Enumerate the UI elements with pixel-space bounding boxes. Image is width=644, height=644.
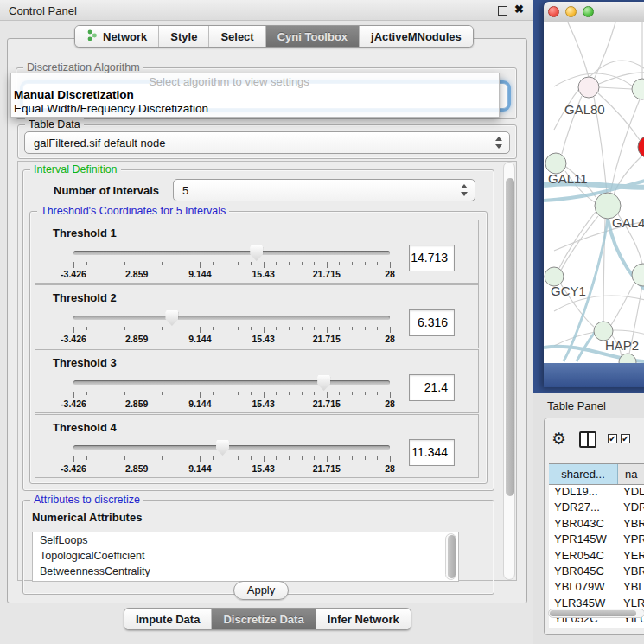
column-header[interactable]: na xyxy=(618,464,644,484)
threshold-value-field[interactable]: 11.344 xyxy=(409,439,455,466)
threshold-row: Threshold 3-3.4262.8599.14415.4321.71528… xyxy=(35,349,479,413)
table-cell[interactable]: YDR2 xyxy=(618,501,644,516)
table-cell[interactable]: YDL19... xyxy=(549,485,618,501)
table-row[interactable]: YBL079WYBL0 xyxy=(549,580,644,596)
slider-track[interactable] xyxy=(73,251,390,255)
threshold-label: Threshold 4 xyxy=(53,421,117,434)
threshold-value-field[interactable]: 6.316 xyxy=(409,309,455,336)
tick-label: 15.43 xyxy=(252,334,274,344)
threshold-slider[interactable] xyxy=(73,245,390,264)
threshold-slider[interactable] xyxy=(73,439,390,458)
table-row[interactable]: YDL19...YDL1 xyxy=(549,485,644,501)
apply-button[interactable]: Apply xyxy=(233,581,289,600)
close-traffic-light-icon[interactable] xyxy=(548,6,559,17)
attribute-list-item[interactable]: SelfLoops xyxy=(33,532,458,548)
close-icon[interactable]: ✖ xyxy=(514,3,524,16)
table-cell[interactable]: YER054C xyxy=(549,549,618,564)
network-graph: GAL80GACGAL11GAL4GCY1HHAP2 xyxy=(544,22,644,363)
table-cell[interactable]: YBR0 xyxy=(618,517,644,532)
thresholds-group-title: Threshold's Coordinates for 5 Intervals xyxy=(37,205,229,217)
table-row[interactable]: YDR27...YDR2 xyxy=(549,501,644,516)
top-tabbar: NetworkStyleSelectCyni ToolboxjActiveMNo… xyxy=(74,25,474,48)
table-cell[interactable]: YER0 xyxy=(618,549,644,564)
slider-track[interactable] xyxy=(73,445,390,450)
minimize-traffic-light-icon[interactable] xyxy=(565,6,577,17)
table-data-combobox[interactable]: galFiltered.sif default node xyxy=(24,131,510,154)
node-label: GAL11 xyxy=(548,171,588,186)
threshold-row: Threshold 2-3.4262.8599.14415.4321.71528… xyxy=(35,284,479,348)
gear-icon[interactable]: ⚙ xyxy=(552,429,566,449)
attribute-list-item[interactable]: TopologicalCoefficient xyxy=(33,548,458,564)
main-scrollbar[interactable] xyxy=(503,162,515,580)
dropdown-option-equal-width[interactable]: Equal Width/Frequency Discretization xyxy=(14,102,208,115)
tick-label: 28 xyxy=(385,269,395,279)
table-row[interactable]: YBR045CYBR0 xyxy=(549,564,644,580)
num-intervals-combobox[interactable]: 5 xyxy=(173,179,475,201)
checkbox-icon[interactable]: ✔ xyxy=(608,434,617,443)
table-cell[interactable]: YDL1 xyxy=(618,485,644,501)
threshold-row: Threshold 4-3.4262.8599.14415.4321.71528… xyxy=(35,414,479,478)
network-window-titlebar[interactable] xyxy=(544,2,644,22)
table-cell[interactable]: YBL0 xyxy=(618,580,644,596)
network-node-h[interactable] xyxy=(632,264,644,286)
network-node-ga[interactable] xyxy=(632,79,644,99)
table-horizontal-scrollbar[interactable] xyxy=(548,609,644,618)
control-panel-title: Control Panel xyxy=(9,4,77,17)
table-cell[interactable]: YBR0 xyxy=(618,564,644,580)
slider-thumb-icon[interactable] xyxy=(165,310,178,326)
threshold-slider[interactable] xyxy=(73,309,390,328)
table-cell[interactable]: YPR145W xyxy=(549,532,618,548)
tab-impute-data[interactable]: Impute Data xyxy=(124,609,212,629)
table-row[interactable]: YPR145WYPR1 xyxy=(549,532,644,548)
column-header[interactable]: shared... xyxy=(549,464,618,484)
threshold-value-field[interactable]: 21.4 xyxy=(409,374,455,401)
node-label: GAL80 xyxy=(564,102,605,117)
table-row[interactable]: YBR043CYBR0 xyxy=(549,517,644,532)
slider-track[interactable] xyxy=(73,380,390,385)
numerical-attributes-label: Numerical Attributes xyxy=(32,511,142,524)
stepper-icon xyxy=(461,184,469,196)
float-window-icon[interactable] xyxy=(498,6,507,16)
table-cell[interactable]: YDR27... xyxy=(549,501,618,516)
attribute-list-item[interactable]: BetweennessCentrality xyxy=(33,564,458,579)
num-intervals-label: Number of Intervals xyxy=(54,184,159,197)
tab-network[interactable]: Network xyxy=(75,26,159,47)
checkbox-icon[interactable]: ✔ xyxy=(621,434,630,443)
tab-infer-network[interactable]: Infer Network xyxy=(316,609,411,629)
threshold-label: Threshold 3 xyxy=(53,356,117,369)
zoom-traffic-light-icon[interactable] xyxy=(583,6,594,17)
table-cell[interactable]: YBR043C xyxy=(549,517,618,532)
network-canvas[interactable]: GAL80GACGAL11GAL4GCY1HHAP2 xyxy=(544,22,644,363)
tab-style[interactable]: Style xyxy=(159,26,209,47)
tab-discretize-data[interactable]: Discretize Data xyxy=(212,609,316,629)
slider-thumb-icon[interactable] xyxy=(317,375,330,391)
table-row[interactable]: YER054CYER0 xyxy=(549,549,644,564)
numerical-attributes-list[interactable]: SelfLoopsTopologicalCoefficientBetweenne… xyxy=(32,532,459,582)
attributes-scrollbar[interactable] xyxy=(445,533,456,580)
stepper-icon xyxy=(495,137,503,149)
split-columns-icon[interactable] xyxy=(579,431,596,448)
network-window[interactable]: GAL80GACGAL11GAL4GCY1HHAP2 xyxy=(544,2,644,387)
network-node-gal80[interactable] xyxy=(578,77,599,98)
tick-label: 15.43 xyxy=(252,463,274,474)
tab-select[interactable]: Select xyxy=(209,26,265,47)
bottom-tabbar: Impute DataDiscretize DataInfer Network xyxy=(124,608,411,630)
slider-thumb-icon[interactable] xyxy=(250,245,263,261)
network-window-frame xyxy=(544,363,644,387)
node-label: HAP2 xyxy=(605,338,639,353)
slider-track[interactable] xyxy=(73,316,390,320)
threshold-value-field[interactable]: 14.713 xyxy=(409,245,455,271)
dropdown-option-manual[interactable]: Manual Discretization xyxy=(14,88,134,101)
table-panel-area: Table Panel ⚙ ✔ ✔ shared...na YDL19...YD… xyxy=(533,393,644,644)
tick-label: 2.859 xyxy=(125,334,148,344)
table-cell[interactable]: YPR1 xyxy=(618,532,644,548)
tick-label: -3.426 xyxy=(61,399,86,409)
tab-jactivemnodules[interactable]: jActiveMNodules xyxy=(360,26,473,47)
table-cell[interactable]: YBR045C xyxy=(549,564,618,580)
tick-label: 9.144 xyxy=(188,399,211,409)
slider-thumb-icon[interactable] xyxy=(216,440,229,456)
tick-label: -3.426 xyxy=(61,334,86,344)
table-cell[interactable]: YBL079W xyxy=(549,580,618,596)
threshold-slider[interactable] xyxy=(73,374,390,393)
tab-cyni-toolbox[interactable]: Cyni Toolbox xyxy=(266,26,360,47)
